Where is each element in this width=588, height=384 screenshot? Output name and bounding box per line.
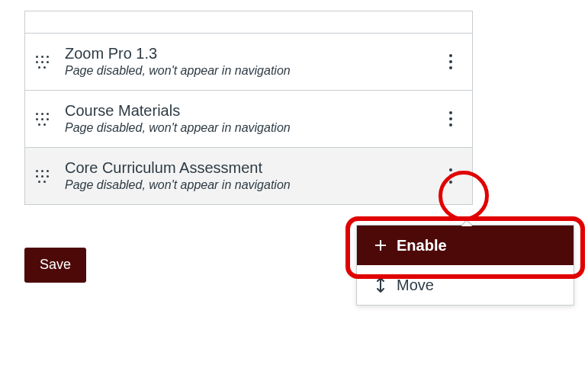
nav-item-text: Course Materials Page disabled, won't ap…	[65, 102, 442, 135]
nav-item-text: Zoom Pro 1.3 Page disabled, won't appear…	[65, 45, 442, 78]
menu-item-move[interactable]: Move	[357, 265, 574, 305]
menu-item-enable[interactable]: Enable	[357, 226, 574, 265]
menu-item-label: Enable	[397, 237, 447, 254]
drag-handle-icon[interactable]	[34, 109, 50, 129]
kebab-icon[interactable]	[442, 50, 460, 74]
move-icon	[374, 277, 387, 293]
nav-item-title: Zoom Pro 1.3	[65, 45, 442, 62]
drag-handle-icon[interactable]	[34, 52, 50, 72]
nav-item-row[interactable]: Course Materials Page disabled, won't ap…	[25, 91, 472, 148]
list-stub	[25, 11, 472, 34]
kebab-icon[interactable]	[442, 164, 460, 188]
save-button[interactable]: Save	[24, 248, 86, 283]
nav-item-subtitle: Page disabled, won't appear in navigatio…	[65, 121, 442, 135]
nav-items-list: Zoom Pro 1.3 Page disabled, won't appear…	[24, 11, 473, 205]
nav-item-row[interactable]: Core Curriculum Assessment Page disabled…	[25, 148, 472, 205]
context-menu: Enable Move	[356, 225, 574, 306]
plus-icon	[374, 239, 387, 251]
drag-handle-icon[interactable]	[34, 166, 50, 186]
nav-item-title: Course Materials	[65, 102, 442, 120]
menu-item-label: Move	[397, 277, 434, 294]
nav-item-subtitle: Page disabled, won't appear in navigatio…	[65, 178, 442, 192]
nav-item-text: Core Curriculum Assessment Page disabled…	[65, 159, 442, 192]
kebab-icon[interactable]	[442, 107, 460, 131]
nav-item-title: Core Curriculum Assessment	[65, 159, 442, 177]
nav-item-subtitle: Page disabled, won't appear in navigatio…	[65, 64, 442, 78]
nav-item-row[interactable]: Zoom Pro 1.3 Page disabled, won't appear…	[25, 34, 472, 91]
